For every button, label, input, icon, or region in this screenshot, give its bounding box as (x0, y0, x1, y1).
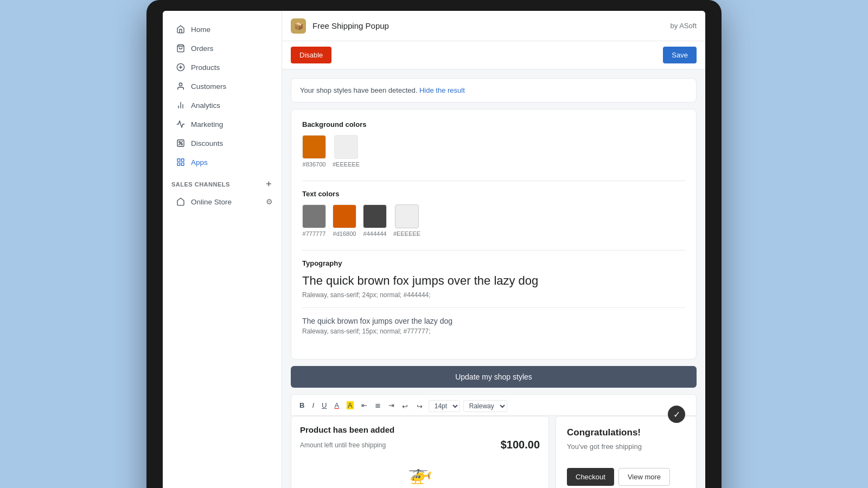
hide-result-link[interactable]: Hide the result (419, 86, 465, 94)
font-color-button[interactable]: A (331, 400, 342, 411)
sidebar-item-discounts-label: Discounts (191, 139, 223, 147)
gear-icon[interactable]: ⚙ (266, 197, 273, 206)
bg-color-2[interactable]: #EEEEEE (333, 135, 360, 168)
popup-preview-left: Product has been added Amount left until… (291, 416, 549, 488)
italic-button[interactable]: I (309, 400, 317, 411)
orders-icon (176, 43, 186, 53)
drone-icon: 🚁 (408, 462, 432, 485)
apps-icon (176, 157, 186, 167)
bg-swatch-2[interactable] (334, 135, 358, 159)
sidebar-item-customers-label: Customers (191, 82, 226, 91)
highlight-button[interactable]: A (344, 400, 356, 411)
online-store-left: Online Store (176, 197, 232, 207)
svg-rect-14 (181, 163, 184, 165)
text-color-2[interactable]: #d16800 (333, 204, 356, 237)
divider-2 (302, 250, 685, 251)
sidebar-item-home[interactable]: Home (167, 20, 277, 38)
svg-point-8 (179, 142, 181, 143)
sidebar-item-products[interactable]: Products (167, 58, 277, 76)
content-area: Your shop styles have been detected. Hid… (282, 69, 705, 488)
editor-section: B I U A A ⇤ ≣ ⇥ ↩ ↪ (291, 394, 697, 488)
text-color-label-1: #777777 (303, 230, 326, 237)
app-header: 📦 Free Shipping Popup by ASoft (282, 11, 705, 41)
divider-1 (302, 181, 685, 181)
congrats-header: Congratulations! You've got free shippin… (567, 427, 685, 459)
toolbar: Disable Save (282, 41, 705, 69)
font-size-select[interactable]: 14pt (429, 400, 460, 412)
congrats-subtitle: You've got free shipping (567, 442, 642, 451)
undo-button[interactable]: ↩ (399, 401, 411, 412)
background-colors-section: Background colors #836700 #EEEEEE (302, 120, 685, 168)
sidebar-item-customers[interactable]: Customers (167, 77, 277, 95)
align-center-button[interactable]: ≣ (372, 400, 384, 411)
typography-heading: The quick brown fox jumps over the lazy … (302, 274, 685, 288)
popup-amount: $100.00 (501, 439, 540, 451)
typography-heading-meta: Raleway, sans-serif; 24px; normal; #4444… (302, 291, 685, 299)
app-icon: 📦 (291, 18, 306, 34)
home-icon (176, 24, 186, 34)
text-swatch-4[interactable] (395, 204, 419, 228)
align-right-button[interactable]: ⇥ (386, 400, 397, 411)
marketing-icon (176, 119, 186, 129)
text-colors-section: Text colors #777777 #d16800 (302, 190, 685, 237)
disable-button[interactable]: Disable (291, 47, 331, 63)
sidebar-item-apps-label: Apps (191, 158, 208, 166)
redo-button[interactable]: ↪ (414, 401, 425, 412)
congrats-view-more-button[interactable]: View more (618, 468, 670, 486)
products-icon (176, 62, 186, 72)
bg-color-1[interactable]: #836700 (302, 135, 326, 168)
congrats-actions: Checkout View more (567, 468, 685, 486)
typography-section: Typography The quick brown fox jumps ove… (302, 259, 685, 335)
customers-icon (176, 81, 186, 91)
app-icon-emoji: 📦 (294, 22, 303, 30)
svg-rect-12 (181, 159, 184, 162)
shop-styles-notice: Your shop styles have been detected. Hid… (291, 78, 697, 102)
sidebar-item-marketing[interactable]: Marketing (167, 115, 277, 133)
sidebar-item-orders[interactable]: Orders (167, 39, 277, 57)
editor-row-2: ↩ ↪ 14pt Raleway (399, 400, 507, 412)
svg-point-4 (179, 83, 182, 86)
add-channel-icon[interactable]: ＋ (264, 178, 273, 190)
text-swatch-2[interactable] (333, 204, 356, 228)
popup-shipping-row: Amount left until free shipping $100.00 (300, 439, 540, 451)
discounts-icon (176, 138, 186, 148)
align-left-button[interactable]: ⇤ (359, 400, 370, 411)
bg-swatch-1[interactable] (302, 135, 326, 159)
popup-image-area: 🚁 (300, 458, 540, 488)
congrats-checkout-button[interactable]: Checkout (567, 468, 614, 486)
check-circle-icon: ✓ (668, 406, 685, 423)
text-color-swatches: #777777 #d16800 #444444 (302, 204, 685, 237)
text-color-4[interactable]: #EEEEEE (393, 204, 420, 237)
text-color-label-4: #EEEEEE (393, 230, 420, 237)
sidebar-nav: Home Orders Products (163, 20, 282, 488)
sidebar-item-products-label: Products (191, 63, 220, 72)
typography-title: Typography (302, 259, 685, 267)
text-swatch-3[interactable] (363, 204, 387, 228)
sidebar-item-apps[interactable]: Apps (167, 153, 277, 171)
sidebar-item-online-store[interactable]: Online Store ⚙ (167, 192, 277, 211)
congrats-title: Congratulations! (567, 427, 642, 438)
online-store-label: Online Store (191, 198, 232, 206)
editor-toolbar: B I U A A ⇤ ≣ ⇥ ↩ ↪ (291, 394, 697, 416)
background-color-swatches: #836700 #EEEEEE (302, 135, 685, 168)
notice-text: Your shop styles have been detected. (300, 86, 417, 94)
text-swatch-1[interactable] (302, 204, 326, 228)
save-button[interactable]: Save (663, 47, 697, 63)
font-family-select[interactable]: Raleway (463, 400, 507, 412)
sidebar-item-analytics[interactable]: Analytics (167, 96, 277, 114)
bold-button[interactable]: B (297, 400, 307, 411)
bg-color-label-2: #EEEEEE (333, 161, 360, 168)
sidebar-item-discounts[interactable]: Discounts (167, 134, 277, 152)
analytics-icon (176, 100, 186, 110)
text-color-label-2: #d16800 (333, 230, 356, 237)
main-content: 📦 Free Shipping Popup by ASoft Disable S… (282, 11, 705, 488)
text-color-3[interactable]: #444444 (363, 204, 387, 237)
popup-preview-right: Congratulations! You've got free shippin… (556, 416, 697, 488)
shipping-label: Amount left until free shipping (300, 441, 386, 449)
underline-button[interactable]: U (319, 400, 329, 411)
sidebar: Home Orders Products (163, 11, 282, 488)
update-shop-styles-button[interactable]: Update my shop styles (291, 366, 697, 388)
text-color-1[interactable]: #777777 (302, 204, 326, 237)
congrats-text-block: Congratulations! You've got free shippin… (567, 427, 642, 459)
bg-color-label-1: #836700 (303, 161, 326, 168)
